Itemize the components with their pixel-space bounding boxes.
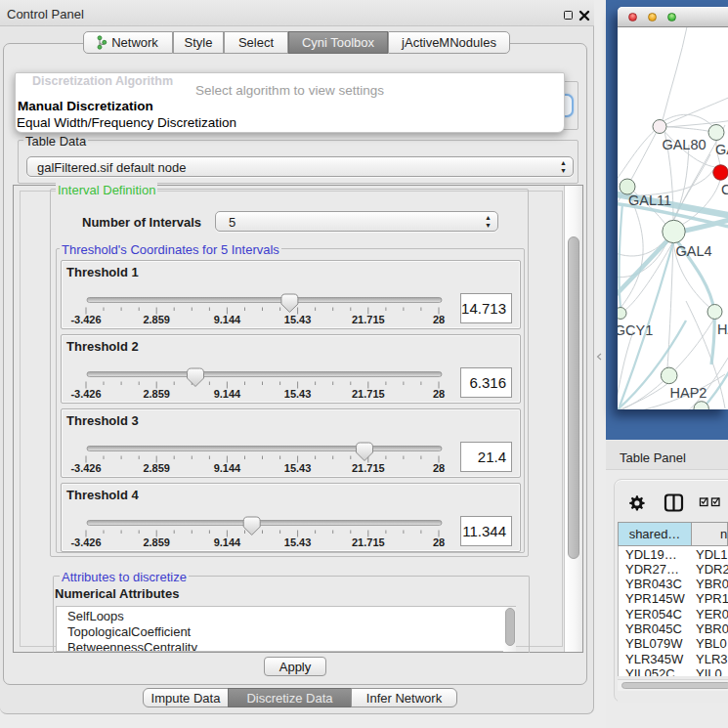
svg-text:28: 28 [433,388,445,400]
svg-text:15.43: 15.43 [284,462,312,474]
svg-text:9.144: 9.144 [214,388,241,400]
svg-text:HA: HA [717,321,728,337]
svg-text:28: 28 [433,536,445,548]
svg-text:15.43: 15.43 [284,388,312,400]
svg-text:2.859: 2.859 [143,388,170,400]
svg-text:28: 28 [433,314,445,325]
svg-text:21.715: 21.715 [352,388,385,400]
svg-text:21.715: 21.715 [352,314,385,325]
svg-text:9.144: 9.144 [214,314,241,325]
svg-text:GAL80: GAL80 [662,137,706,152]
svg-text:-3.426: -3.426 [70,536,101,548]
svg-text:15.43: 15.43 [284,314,312,325]
svg-text:GA: GA [715,142,728,157]
svg-text:28: 28 [433,462,445,474]
svg-text:2.859: 2.859 [143,314,170,325]
svg-text:2.859: 2.859 [143,462,170,474]
svg-text:-3.426: -3.426 [70,388,101,400]
svg-text:-3.426: -3.426 [70,462,101,474]
svg-text:15.43: 15.43 [284,536,312,548]
svg-text:GCY1: GCY1 [618,322,653,338]
svg-text:CY: CY [721,182,728,197]
svg-text:GAL4: GAL4 [675,243,711,259]
svg-text:9.144: 9.144 [214,462,241,474]
svg-text:2.859: 2.859 [143,536,170,548]
svg-text:-3.426: -3.426 [70,314,101,325]
svg-text:21.715: 21.715 [352,536,385,548]
svg-text:21.715: 21.715 [352,462,385,474]
svg-text:GAL11: GAL11 [628,193,671,208]
svg-text:HAP2: HAP2 [670,385,707,401]
svg-text:9.144: 9.144 [214,536,241,548]
